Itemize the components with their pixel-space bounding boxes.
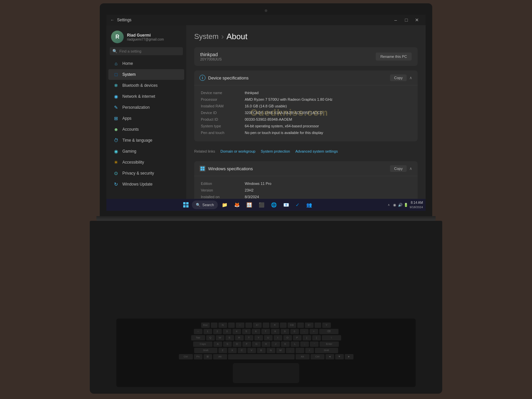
key-i[interactable]: I	[274, 335, 282, 340]
sidebar-item-time[interactable]: ⏱ Time & language	[108, 135, 184, 146]
key-a[interactable]: A	[213, 341, 222, 347]
device-specs-copy-button[interactable]: Copy	[390, 74, 407, 81]
key-j[interactable]: J	[271, 341, 280, 347]
key-8[interactable]: 8	[271, 329, 280, 334]
key-backslash[interactable]: \	[322, 335, 341, 340]
key-m[interactable]: M	[276, 348, 285, 353]
sidebar-item-personalization[interactable]: ✎ Personalization	[108, 102, 184, 113]
key-6[interactable]: 6	[252, 329, 260, 334]
key-l[interactable]: L	[291, 341, 299, 347]
key-comma[interactable]: ,	[286, 348, 295, 353]
sidebar-item-bluetooth[interactable]: ❄ Bluetooth & devices	[108, 80, 184, 91]
key-f2[interactable]: N	[218, 323, 227, 328]
key-f1[interactable]	[211, 323, 217, 328]
link-protection[interactable]: System protection	[261, 149, 290, 153]
taskbar-app-browser[interactable]: 🦊	[231, 200, 242, 209]
key-q[interactable]: Q	[206, 335, 215, 340]
key-v[interactable]: V	[247, 348, 256, 353]
windows-specs-copy-button[interactable]: Copy	[390, 165, 407, 172]
key-rctrl[interactable]: Ctrl	[311, 354, 325, 359]
key-esc[interactable]: Esc	[201, 323, 210, 328]
key-space[interactable]	[228, 354, 295, 359]
key-lshift[interactable]: Shift	[194, 348, 217, 353]
tray-network[interactable]: ◉	[392, 202, 397, 207]
key-f7[interactable]	[263, 323, 269, 328]
key-plus[interactable]: =	[310, 329, 318, 334]
key-left[interactable]: ◄	[326, 354, 334, 359]
key-semicolon[interactable]: ;	[300, 341, 309, 347]
key-c[interactable]: C	[238, 348, 246, 353]
sidebar-item-accessibility[interactable]: ✳ Accessibility	[108, 157, 184, 168]
taskbar-app-edge[interactable]: 🌐	[268, 200, 279, 209]
key-del[interactable]: Y	[322, 323, 331, 328]
key-rshift[interactable]: Shift	[315, 348, 338, 353]
key-right[interactable]: ►	[345, 354, 353, 359]
key-prtsc[interactable]	[315, 323, 321, 328]
key-backspace[interactable]: ⌫	[319, 329, 338, 334]
sidebar-item-gaming[interactable]: ◉ Gaming	[108, 146, 184, 157]
key-rbracket[interactable]: ]	[312, 335, 321, 340]
taskbar-app-todo[interactable]: ✓	[293, 200, 302, 209]
taskbar-app-teams[interactable]: 👥	[304, 200, 315, 209]
minimize-button[interactable]: –	[391, 17, 400, 23]
sidebar-item-home[interactable]: ⌂ Home	[108, 58, 184, 69]
key-0[interactable]: 0	[290, 329, 299, 334]
key-quote[interactable]: '	[310, 341, 319, 347]
key-w[interactable]: W	[216, 335, 224, 340]
key-d[interactable]: D	[233, 341, 241, 347]
taskbar-app-store[interactable]: 🪟	[244, 200, 255, 209]
key-lctrl[interactable]: Ctrl	[179, 354, 193, 359]
key-down[interactable]: ▼	[335, 354, 344, 359]
key-minus[interactable]: -	[300, 329, 309, 334]
sidebar-item-update[interactable]: ↻ Windows Update	[108, 179, 184, 190]
back-arrow[interactable]: ←	[110, 18, 114, 22]
key-f12[interactable]: 0↑	[305, 323, 314, 328]
key-7[interactable]: 7	[261, 329, 270, 334]
sidebar-item-apps[interactable]: ⊞ Apps	[108, 113, 184, 124]
key-f10[interactable]: 0⊖	[288, 323, 296, 328]
key-e[interactable]: E	[225, 335, 234, 340]
key-s[interactable]: S	[223, 341, 232, 347]
time-block[interactable]: 8:14 AM 9/18/2024	[410, 200, 423, 209]
key-z[interactable]: Z	[218, 348, 227, 353]
key-n[interactable]: N	[267, 348, 275, 353]
sidebar-item-system[interactable]: □ System	[108, 69, 184, 80]
key-4[interactable]: 4	[232, 329, 241, 334]
key-fn[interactable]: Fn	[194, 354, 202, 359]
tray-battery[interactable]: 🔋	[404, 202, 408, 207]
key-g[interactable]: G	[252, 341, 261, 347]
key-3[interactable]: 3	[223, 329, 231, 334]
key-f5[interactable]	[245, 323, 252, 328]
key-capslock[interactable]: Caps	[193, 341, 212, 347]
key-slash[interactable]: /	[305, 348, 314, 353]
search-box[interactable]: 🔍	[110, 47, 183, 55]
key-f9[interactable]	[280, 323, 287, 328]
key-f4[interactable]: ←	[236, 323, 244, 328]
key-period[interactable]: .	[296, 348, 304, 353]
tray-sound[interactable]: 🔊	[398, 202, 403, 207]
key-f8[interactable]: ✕	[270, 323, 279, 328]
key-f[interactable]: F	[242, 341, 251, 347]
key-p[interactable]: P	[293, 335, 302, 340]
key-t[interactable]: T	[245, 335, 253, 340]
key-1[interactable]: 1	[203, 329, 212, 334]
key-ralt[interactable]: Alt	[296, 354, 310, 359]
key-f11[interactable]	[297, 323, 304, 328]
key-tab[interactable]: Tab	[191, 335, 205, 340]
link-domain[interactable]: Domain or workgroup	[220, 149, 255, 153]
key-u[interactable]: U	[264, 335, 273, 340]
key-b[interactable]: B	[257, 348, 266, 353]
key-9[interactable]: 9	[281, 329, 289, 334]
key-x[interactable]: X	[228, 348, 237, 353]
search-input[interactable]	[119, 49, 180, 53]
sidebar-item-privacy[interactable]: ⊙ Privacy & security	[108, 168, 184, 179]
key-win[interactable]: ⊞	[203, 354, 212, 359]
tray-chevron[interactable]: ∧	[387, 202, 391, 207]
user-section[interactable]: R Riad Guermi riadguemi77@gmail.com	[106, 25, 186, 47]
sidebar-item-network[interactable]: ◉ Network & internet	[108, 91, 184, 102]
key-h[interactable]: H	[262, 341, 270, 347]
key-lalt[interactable]: Alt	[213, 354, 227, 359]
key-r[interactable]: R	[235, 335, 244, 340]
key-lbracket[interactable]: [	[303, 335, 311, 340]
key-f6[interactable]: 4↑	[253, 323, 262, 328]
